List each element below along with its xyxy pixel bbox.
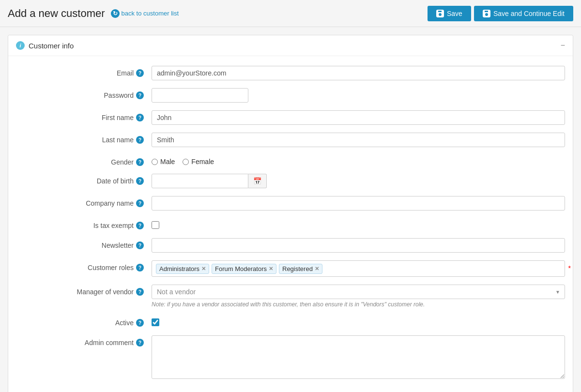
newsletter-help-icon[interactable]: ?: [136, 241, 144, 249]
vendor-note: Note: if you have a vendor associated wi…: [152, 301, 565, 308]
tax-exempt-group: Is tax exempt ?: [16, 218, 565, 230]
active-checkbox[interactable]: [152, 318, 159, 326]
customer-roles-label-col: Customer roles ?: [16, 260, 152, 271]
vendor-manager-select[interactable]: Not a vendor: [152, 285, 565, 299]
back-to-customer-list-link[interactable]: ↻ back to customer list: [111, 9, 179, 18]
header-bar: Add a new customer ↻ back to customer li…: [0, 0, 581, 27]
company-name-input[interactable]: [152, 196, 565, 211]
tax-exempt-label: Is tax exempt: [93, 222, 134, 229]
dob-group: Date of birth ? 📅: [16, 174, 565, 188]
vendor-manager-label: Manager of vendor: [76, 288, 134, 296]
first-name-help-icon[interactable]: ?: [136, 114, 144, 121]
last-name-label-col: Last name ?: [16, 133, 152, 144]
email-input[interactable]: [152, 66, 565, 80]
tag-registered-close[interactable]: ✕: [315, 266, 319, 272]
email-group: Email ?: [16, 66, 565, 80]
last-name-help-icon[interactable]: ?: [136, 136, 144, 144]
newsletter-label-col: Newsletter ?: [16, 238, 152, 249]
save-button[interactable]: Save: [428, 6, 471, 21]
gender-male-radio[interactable]: [152, 159, 158, 165]
active-help-icon[interactable]: ?: [136, 319, 144, 327]
tag-administrators: Administrators ✕: [156, 264, 209, 274]
password-label-col: Password ?: [16, 88, 152, 99]
gender-male-label: Male: [160, 158, 175, 166]
password-label: Password: [104, 91, 134, 99]
customer-roles-control-col: Administrators ✕ Forum Moderators ✕ Regi…: [152, 260, 565, 277]
save-icon: [436, 10, 444, 17]
header-left: Add a new customer ↻ back to customer li…: [8, 7, 179, 20]
tax-exempt-checkbox-wrapper: [152, 218, 565, 230]
last-name-input[interactable]: [152, 133, 565, 147]
last-name-label: Last name: [102, 136, 134, 144]
tax-exempt-label-col: Is tax exempt ?: [16, 218, 152, 229]
tag-registered: Registered ✕: [279, 264, 322, 274]
company-name-help-icon[interactable]: ?: [136, 199, 144, 207]
dob-label-col: Date of birth ?: [16, 174, 152, 185]
card-header-left: i Customer info: [16, 41, 74, 50]
active-checkbox-wrapper: [152, 316, 565, 328]
page-title: Add a new customer: [8, 7, 105, 20]
password-help-icon[interactable]: ?: [136, 91, 144, 99]
dob-label: Date of birth: [97, 177, 134, 185]
first-name-label: First name: [102, 114, 134, 121]
first-name-group: First name ?: [16, 110, 565, 125]
tag-administrators-close[interactable]: ✕: [201, 266, 206, 272]
admin-comment-label-col: Admin comment ?: [16, 335, 152, 347]
gender-help-icon[interactable]: ?: [136, 158, 144, 166]
active-group: Active ?: [16, 316, 565, 328]
email-label-col: Email ?: [16, 66, 152, 77]
customer-roles-tags-input[interactable]: Administrators ✕ Forum Moderators ✕ Regi…: [152, 260, 565, 277]
info-icon: i: [16, 41, 25, 50]
gender-group: Gender ? Male Female: [16, 155, 565, 166]
card-body: Email ? Password ? First name ?: [8, 56, 573, 392]
save-button-label: Save: [447, 10, 462, 17]
last-name-control-col: [152, 133, 565, 147]
admin-comment-label: Admin comment: [85, 339, 134, 347]
company-name-label-col: Company name ?: [16, 196, 152, 207]
vendor-manager-help-icon[interactable]: ?: [136, 288, 144, 296]
password-input[interactable]: [152, 88, 248, 103]
gender-female-option[interactable]: Female: [183, 158, 214, 166]
gender-radio-group: Male Female: [152, 155, 565, 166]
newsletter-control-col: [152, 238, 565, 253]
customer-roles-label: Customer roles: [88, 264, 134, 271]
dob-help-icon[interactable]: ?: [136, 177, 144, 185]
tag-forum-moderators-label: Forum Moderators: [215, 265, 267, 272]
company-name-label: Company name: [86, 199, 134, 207]
dob-input-group: 📅: [152, 174, 565, 188]
dob-calendar-button[interactable]: 📅: [248, 174, 267, 188]
email-control-col: [152, 66, 565, 80]
admin-comment-textarea[interactable]: [152, 335, 565, 379]
tax-exempt-checkbox[interactable]: [152, 221, 159, 229]
admin-comment-control-col: [152, 335, 565, 380]
gender-female-radio[interactable]: [183, 159, 189, 165]
active-label: Active: [115, 319, 134, 327]
save-continue-icon: [483, 10, 490, 17]
admin-comment-help-icon[interactable]: ?: [136, 339, 144, 347]
customer-roles-help-icon[interactable]: ?: [136, 264, 144, 271]
tax-exempt-help-icon[interactable]: ?: [136, 222, 144, 229]
company-name-group: Company name ?: [16, 196, 565, 211]
email-help-icon[interactable]: ?: [136, 69, 144, 77]
card-title: Customer info: [29, 42, 74, 50]
customer-roles-group: Customer roles ? Administrators ✕ Forum …: [16, 260, 565, 277]
gender-male-option[interactable]: Male: [152, 158, 175, 166]
collapse-icon[interactable]: −: [561, 41, 565, 50]
required-star: *: [568, 264, 571, 272]
vendor-manager-label-col: Manager of vendor ?: [16, 285, 152, 296]
gender-label: Gender: [111, 158, 134, 166]
save-and-continue-button[interactable]: Save and Continue Edit: [474, 6, 573, 21]
first-name-input[interactable]: [152, 110, 565, 125]
dob-input[interactable]: [152, 174, 248, 188]
tag-forum-moderators: Forum Moderators ✕: [212, 264, 276, 274]
password-control-col: [152, 88, 565, 103]
vendor-select-wrapper: Not a vendor: [152, 285, 565, 299]
company-name-control-col: [152, 196, 565, 211]
calendar-icon: 📅: [253, 177, 261, 185]
tag-forum-moderators-close[interactable]: ✕: [269, 266, 273, 272]
newsletter-input[interactable]: [152, 238, 565, 253]
active-label-col: Active ?: [16, 316, 152, 327]
dob-control-col: 📅: [152, 174, 565, 188]
tax-exempt-control-col: [152, 218, 565, 230]
card-header: i Customer info −: [8, 35, 573, 56]
